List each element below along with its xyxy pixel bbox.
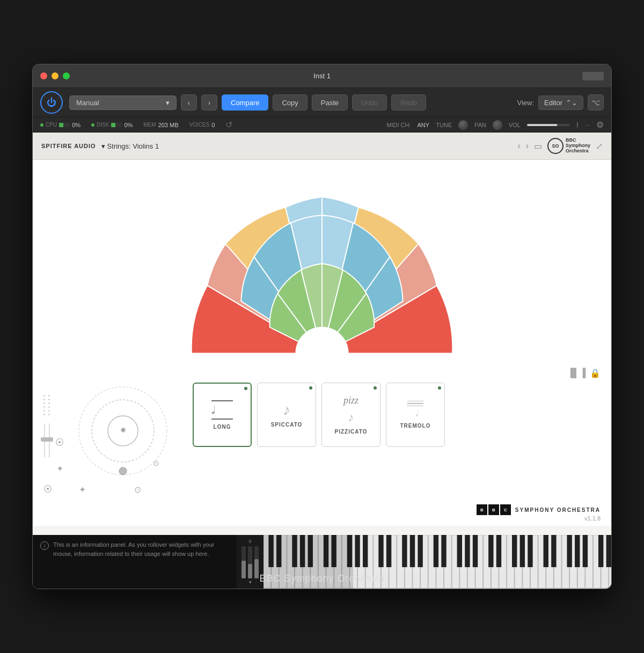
info-panel: i This is an information panel. As you r… (33, 535, 237, 589)
dynamics-icon[interactable]: ⦿ (43, 485, 52, 495)
warning-icon: ! (576, 121, 579, 129)
fader-2[interactable] (48, 388, 50, 458)
svg-rect-60 (363, 535, 368, 567)
articulation-pizzicato-note-icon: ♪ (348, 410, 354, 424)
title-bar: Inst 1 (33, 64, 611, 88)
nav-forward-button[interactable]: › (201, 94, 217, 111)
view-selector[interactable]: Editor ⌃⌄ (538, 96, 583, 110)
instrument-selector[interactable]: ▾ Strings: Violins 1 (101, 142, 159, 150)
power-button[interactable]: ⏻ (40, 91, 63, 114)
nav-back-button[interactable]: ‹ (181, 94, 197, 111)
svg-rect-82 (606, 535, 611, 567)
copy-button[interactable]: Copy (273, 94, 307, 111)
svg-rect-67 (441, 535, 446, 567)
vel-fader-1[interactable] (241, 546, 246, 578)
bottom-bar: i This is an information panel. As you r… (33, 535, 611, 589)
waveform-icon[interactable]: ⦿ (55, 438, 64, 447)
minimize-button[interactable] (52, 72, 58, 79)
lock-icon[interactable]: 🔒 (590, 368, 601, 378)
articulation-spiccato-icon: ♪ (283, 402, 290, 417)
bars-icon[interactable]: ▐▌▐ (567, 368, 586, 378)
undo-button[interactable]: Undo (352, 94, 387, 111)
instrument-name: Strings: Violins 1 (107, 142, 159, 150)
svg-rect-65 (418, 535, 422, 567)
refresh-button[interactable]: ↺ (225, 120, 232, 130)
mem-stat: MEM 203 MB (143, 122, 178, 128)
disk-indicator (91, 123, 94, 127)
bbc-b1: B (477, 504, 487, 515)
articulation-long-label: LONG (214, 424, 231, 430)
svg-rect-69 (465, 535, 470, 567)
close-button[interactable] (40, 72, 47, 79)
vol-slider[interactable] (527, 124, 570, 126)
svg-rect-80 (583, 535, 588, 567)
nav-right-icon[interactable]: › (526, 141, 529, 151)
svg-rect-66 (434, 535, 438, 567)
version-label: v1.1.8 (584, 515, 601, 522)
articulation-tremolo[interactable]: 𝅗𝅥 TREMOLO (386, 383, 445, 447)
vel-fader-3[interactable] (254, 546, 259, 578)
info-text: This is an information panel. As you rol… (53, 540, 229, 558)
articulation-tremolo-indicator (438, 386, 441, 390)
disk-value: 0% (124, 122, 133, 128)
bbc-c: C (500, 504, 511, 515)
articulation-long[interactable]: 𝅗𝅥 LONG (193, 383, 252, 447)
fader-1[interactable] (43, 388, 45, 458)
chevron-down-icon: ▾ (166, 99, 170, 107)
save-icon[interactable]: ▭ (534, 141, 542, 151)
tune-label: TUNE (436, 122, 452, 128)
midi-ch-value[interactable]: ANY (418, 122, 430, 128)
more-options-icon[interactable]: ··· (585, 122, 590, 128)
vel-fader-2[interactable] (248, 546, 252, 578)
svg-rect-64 (410, 535, 415, 567)
fader-2-thumb[interactable] (46, 437, 53, 442)
articulation-tremolo-label: TREMOLO (400, 423, 431, 429)
maximize-button[interactable] (63, 72, 70, 79)
wheel-settings-icon[interactable]: ⊙ (153, 459, 159, 467)
articulations-section: 𝅗𝅥 LONG ♪ SPICCATO pizz (193, 383, 445, 447)
cpu-label: CPU (46, 122, 57, 128)
power-icon: ⏻ (47, 97, 56, 108)
svg-rect-75 (528, 535, 532, 567)
so-text: BBC Symphony Orchestra (566, 138, 590, 154)
reverb-icon[interactable]: ⊙ (134, 485, 141, 495)
articulation-spiccato[interactable]: ♪ SPICCATO (257, 383, 316, 447)
toolbar: ⏻ Manual ▾ ‹ › Compare Copy Paste Undo R… (33, 88, 611, 118)
window-title: Inst 1 (313, 72, 331, 80)
compare-button[interactable]: Compare (222, 94, 268, 111)
plugin-area: SPITFIRE AUDIO ▾ Strings: Violins 1 ‹ › … (33, 133, 611, 535)
collapse-icon[interactable]: ⤢ (596, 141, 603, 151)
svg-rect-77 (551, 535, 556, 567)
modulation-icon[interactable]: ✦ (79, 485, 86, 495)
preset-value: Manual (76, 99, 99, 107)
svg-rect-62 (386, 535, 391, 567)
fan-visualization[interactable] (33, 160, 611, 364)
articulation-spiccato-indicator (309, 386, 312, 390)
disk-stat: DISK 0% (91, 122, 133, 128)
preset-selector[interactable]: Manual ▾ (69, 96, 177, 110)
svg-rect-59 (355, 535, 360, 567)
bbc-logo-line: B B C SYMPHONY ORCHESTRA (477, 504, 601, 515)
pan-knob[interactable] (493, 120, 502, 130)
svg-rect-72 (496, 535, 501, 567)
svg-point-4 (119, 467, 127, 475)
link-icon: ⌥ (591, 98, 600, 107)
wheel-section[interactable]: ⁕ ⊙ (75, 383, 171, 479)
redo-button[interactable]: Redo (391, 94, 426, 111)
nav-left-icon[interactable]: ‹ (517, 141, 520, 151)
articulation-pizzicato[interactable]: pizz ♪ PIZZICATO (321, 383, 380, 447)
fan-container (134, 176, 510, 364)
svg-rect-79 (575, 535, 580, 567)
main-window: Inst 1 ⏻ Manual ▾ ‹ › Compare Copy Paste… (32, 64, 612, 589)
tune-knob[interactable] (458, 120, 468, 130)
bottom-title: BBC Symphony Orchestra (259, 573, 384, 584)
plugin-header: SPITFIRE AUDIO ▾ Strings: Violins 1 ‹ › … (33, 133, 611, 160)
morph-icon[interactable]: ✦ (56, 464, 63, 474)
paste-button[interactable]: Paste (312, 94, 348, 111)
settings-icon[interactable]: ⚙ (596, 120, 604, 130)
svg-rect-63 (402, 535, 407, 567)
mem-label: MEM (143, 122, 156, 128)
link-button[interactable]: ⌥ (588, 94, 604, 111)
info-icon: i (40, 541, 49, 550)
articulation-long-indicator (244, 387, 247, 390)
